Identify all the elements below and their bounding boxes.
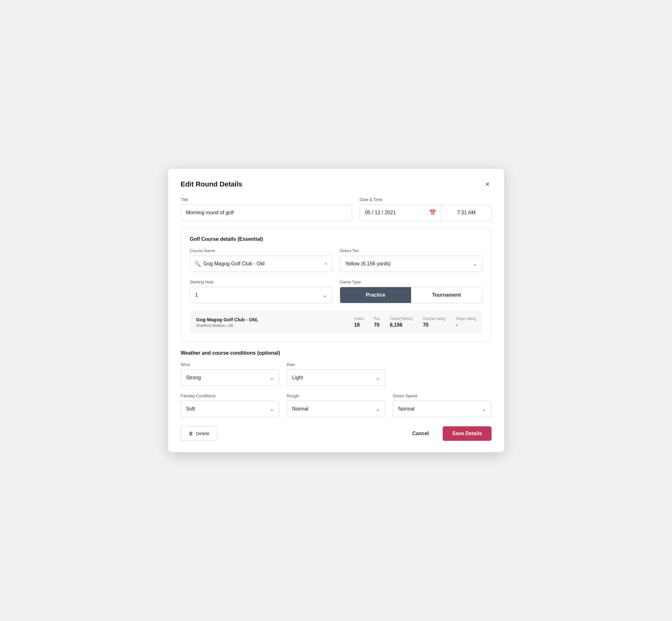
wind-rain-row: Wind Strong ⌄ Rain Light ⌄ (181, 362, 492, 386)
course-full-name: Gog Magog Golf Club - Old, (196, 317, 258, 322)
time-value: 7:31 AM (457, 210, 476, 215)
fairway-label: Fairway Conditions (181, 394, 279, 398)
title-group: Title (181, 197, 352, 221)
slope-value: - (456, 322, 457, 328)
select-tee-label: Select Tee (340, 248, 482, 253)
footer-right: Cancel Save Details (406, 426, 492, 441)
par-value: 70 (374, 322, 380, 328)
select-tee-value: Yellow (6,156 yards) (345, 261, 473, 266)
slope-label: Slope rating (456, 317, 476, 321)
golf-course-section: Golf Course details (Essential) Course N… (181, 229, 492, 341)
title-label: Title (181, 197, 352, 202)
starting-hole-label: Starting Hole (190, 280, 333, 284)
weather-section-title: Weather and course conditions (optional) (181, 350, 492, 356)
tournament-button[interactable]: Tournament (411, 287, 482, 303)
stat-slope: Slope rating - (456, 317, 476, 328)
title-input[interactable] (181, 204, 352, 221)
time-input[interactable]: 7:31 AM (442, 204, 491, 221)
rating-value: 70 (423, 322, 428, 328)
starting-hole-group: Starting Hole 1 ⌄ (190, 280, 333, 303)
tee-chevron-icon: ⌄ (473, 261, 477, 267)
stat-holes: Holes 18 (354, 317, 364, 328)
select-tee-dropdown[interactable]: Yellow (6,156 yards) ⌄ (340, 256, 482, 272)
stat-rating: Course rating 70 (423, 317, 446, 328)
stat-par: Par 70 (374, 317, 380, 328)
green-speed-label: Green Speed (393, 394, 491, 398)
stat-yards: Yards(Yellow) 6,156 (390, 317, 413, 328)
cancel-button[interactable]: Cancel (406, 426, 435, 441)
course-location: Shelford Bottom, UK (196, 323, 258, 328)
yards-value: 6,156 (390, 322, 403, 328)
trash-icon: 🗑 (189, 431, 194, 436)
game-type-toggle: Practice Tournament (340, 287, 482, 303)
date-time-wrapper: 05 / 12 / 2021 📅 7:31 AM (360, 204, 492, 221)
wind-group: Wind Strong ⌄ (181, 362, 279, 386)
rain-group: Rain Light ⌄ (287, 362, 385, 386)
course-name-group: Course Name 🔍 Gog Magog Golf Club - Old … (190, 248, 333, 272)
course-stats: Holes 18 Par 70 Yards(Yellow) 6,156 Cour… (354, 317, 476, 328)
rough-label: Rough (287, 394, 385, 398)
date-value: 05 / 12 / 2021 (365, 210, 396, 215)
delete-button[interactable]: 🗑 Delete (181, 426, 217, 441)
rain-dropdown[interactable]: Light ⌄ (287, 370, 385, 386)
green-speed-dropdown[interactable]: Normal ⌄ (393, 401, 491, 417)
game-type-label: Game Type (340, 280, 482, 284)
par-label: Par (374, 317, 380, 321)
calendar-icon: 📅 (429, 209, 436, 216)
rating-label: Course rating (423, 317, 446, 321)
save-button[interactable]: Save Details (443, 426, 491, 441)
holes-value: 18 (354, 322, 360, 328)
select-tee-group: Select Tee Yellow (6,156 yards) ⌄ (340, 248, 482, 272)
weather-section: Weather and course conditions (optional)… (181, 350, 492, 417)
close-button[interactable]: × (484, 180, 492, 189)
green-speed-group: Green Speed Normal ⌄ (393, 394, 491, 417)
green-speed-chevron-icon: ⌄ (482, 406, 486, 412)
rough-group: Rough Normal ⌄ (287, 394, 385, 417)
starting-hole-value: 1 (195, 292, 323, 298)
wind-value: Strong (186, 375, 270, 380)
footer-row: 🗑 Delete Cancel Save Details (181, 426, 492, 441)
course-info-card: Gog Magog Golf Club - Old, Shelford Bott… (190, 311, 482, 334)
hole-chevron-icon: ⌄ (323, 292, 327, 298)
hole-gametype-row: Starting Hole 1 ⌄ Game Type Practice Tou… (190, 280, 482, 303)
fairway-value: Soft (186, 406, 270, 412)
rain-chevron-icon: ⌄ (376, 375, 380, 381)
course-name-value: Gog Magog Golf Club - Old (204, 261, 322, 266)
yards-label: Yards(Yellow) (390, 317, 413, 321)
fairway-chevron-icon: ⌄ (270, 406, 274, 412)
rain-value: Light (292, 375, 376, 380)
conditions-row: Fairway Conditions Soft ⌄ Rough Normal ⌄… (181, 394, 492, 417)
rough-dropdown[interactable]: Normal ⌄ (287, 401, 385, 417)
holes-label: Holes (354, 317, 364, 321)
datetime-label: Date & Time (360, 197, 492, 202)
clear-course-icon[interactable]: × (324, 261, 328, 267)
fairway-group: Fairway Conditions Soft ⌄ (181, 394, 279, 417)
search-icon: 🔍 (195, 261, 201, 267)
golf-section-title: Golf Course details (Essential) (190, 236, 482, 242)
date-input[interactable]: 05 / 12 / 2021 📅 (360, 204, 442, 221)
course-tee-row: Course Name 🔍 Gog Magog Golf Club - Old … (190, 248, 482, 272)
course-name-input[interactable]: 🔍 Gog Magog Golf Club - Old × (190, 256, 333, 272)
course-info-name-location: Gog Magog Golf Club - Old, Shelford Bott… (196, 317, 258, 328)
wind-chevron-icon: ⌄ (270, 375, 274, 381)
title-datetime-row: Title Date & Time 05 / 12 / 2021 📅 7:31 … (181, 197, 492, 221)
fairway-dropdown[interactable]: Soft ⌄ (181, 401, 279, 417)
game-type-group: Game Type Practice Tournament (340, 280, 482, 303)
rain-label: Rain (287, 362, 385, 367)
course-name-label: Course Name (190, 248, 333, 253)
datetime-group: Date & Time 05 / 12 / 2021 📅 7:31 AM (360, 197, 492, 221)
green-speed-value: Normal (398, 406, 482, 412)
rough-value: Normal (292, 406, 376, 412)
modal-title: Edit Round Details (181, 180, 243, 189)
wind-label: Wind (181, 362, 279, 367)
delete-label: Delete (196, 431, 209, 436)
modal-header: Edit Round Details × (181, 180, 492, 189)
rough-chevron-icon: ⌄ (376, 406, 380, 412)
edit-round-modal: Edit Round Details × Title Date & Time 0… (168, 169, 504, 452)
wind-dropdown[interactable]: Strong ⌄ (181, 370, 279, 386)
starting-hole-dropdown[interactable]: 1 ⌄ (190, 287, 333, 303)
practice-button[interactable]: Practice (340, 287, 411, 303)
